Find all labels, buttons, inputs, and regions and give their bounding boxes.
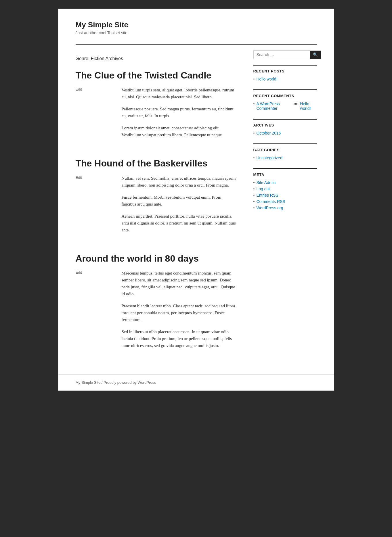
comment-post-link[interactable]: Hello world! <box>300 101 316 111</box>
list-item: Uncategorized <box>253 156 317 160</box>
post-entry: The Clue of the Twisted CandleEditVestib… <box>76 70 236 143</box>
list-item: Hello world! <box>253 77 317 81</box>
site-title[interactable]: My Simple Site <box>76 20 129 29</box>
search-widget: 🔍 <box>253 50 317 59</box>
meta-link[interactable]: Entries RSS <box>256 193 278 197</box>
archive-link[interactable]: October 2016 <box>256 131 281 135</box>
post-body: EditMaecenas tempus, tellus eget condime… <box>76 270 236 354</box>
archives-title: ARCHIVES <box>253 123 317 127</box>
archives-list: October 2016 <box>253 131 317 135</box>
footer-site-name: My Simple Site <box>76 380 101 385</box>
site-tagline: Just another cool Toolset site <box>76 30 317 35</box>
category-link[interactable]: Uncategorized <box>256 156 282 160</box>
post-edit-area: Edit <box>76 175 122 239</box>
page-wrapper: My Simple Site Just another cool Toolset… <box>58 9 334 391</box>
footer-credit-link[interactable]: Proudly powered by WordPress <box>104 380 156 385</box>
list-item: A WordPress Commenter on Hello world! <box>253 101 317 111</box>
post-edit-area: Edit <box>76 270 122 354</box>
recent-post-link[interactable]: Hello world! <box>256 77 277 81</box>
meta-widget: META Site AdminLog outEntries RSSComment… <box>253 168 317 210</box>
recent-posts-list: Hello world! <box>253 77 317 81</box>
list-item: WordPress.org <box>253 206 317 210</box>
post-paragraph: Praesent blandit laoreet nibh. Class apt… <box>122 302 236 323</box>
list-item: Comments RSS <box>253 199 317 204</box>
meta-list: Site AdminLog outEntries RSSComments RSS… <box>253 180 317 210</box>
post-title: The Hound of the Baskervilles <box>76 158 236 169</box>
post-entry: The Hound of the BaskervillesEditNullam … <box>76 158 236 238</box>
footer-credit: Proudly powered by WordPress <box>104 380 156 385</box>
post-body: EditNullam vel sem. Sed mollis, eros et … <box>76 175 236 239</box>
post-paragraph: Aenean imperdiet. Praesent porttitor, nu… <box>122 213 236 233</box>
list-item: Entries RSS <box>253 193 317 197</box>
list-item: Log out <box>253 187 317 191</box>
post-paragraph: Lorem ipsum dolor sit amet, consectetuer… <box>122 124 236 138</box>
meta-title: META <box>253 172 317 177</box>
search-icon: 🔍 <box>313 52 318 57</box>
edit-link[interactable]: Edit <box>76 270 82 275</box>
list-item: Site Admin <box>253 180 317 185</box>
post-paragraph: Vestibulum turpis sem, aliquet eget, lob… <box>122 87 236 100</box>
meta-link[interactable]: Site Admin <box>256 180 276 185</box>
post-paragraph: Nullam vel sem. Sed mollis, eros et ultr… <box>122 175 236 189</box>
archives-widget: ARCHIVES October 2016 <box>253 119 317 135</box>
post-body: EditVestibulum turpis sem, aliquet eget,… <box>76 87 236 143</box>
recent-comments-title: RECENT COMMENTS <box>253 94 317 98</box>
search-button[interactable]: 🔍 <box>310 51 321 59</box>
recent-comments-list: A WordPress Commenter on Hello world! <box>253 101 317 111</box>
post-entry: Around the world in 80 daysEditMaecenas … <box>76 253 236 354</box>
post-title: Around the world in 80 days <box>76 253 236 264</box>
recent-comments-widget: RECENT COMMENTS A WordPress Commenter on… <box>253 89 317 111</box>
list-item: October 2016 <box>253 131 317 135</box>
site-footer: My Simple Site / Proudly powered by Word… <box>58 374 334 390</box>
search-input[interactable] <box>253 50 310 59</box>
post-edit-area: Edit <box>76 87 122 143</box>
post-paragraph: Fusce fermentum. Morbi vestibulum volutp… <box>122 194 236 208</box>
content-area: Genre: Fiction Archives The Clue of the … <box>58 45 334 374</box>
post-paragraph: Sed in libero ut nibh placerat accumsan.… <box>122 328 236 349</box>
edit-link[interactable]: Edit <box>76 87 82 91</box>
meta-link[interactable]: Comments RSS <box>256 199 285 204</box>
meta-link[interactable]: WordPress.org <box>256 206 283 210</box>
post-content: Nullam vel sem. Sed mollis, eros et ultr… <box>122 175 236 239</box>
footer-divider: / <box>102 380 104 385</box>
post-title: The Clue of the Twisted Candle <box>76 70 236 81</box>
categories-title: CATEGORIES <box>253 148 317 152</box>
post-content: Vestibulum turpis sem, aliquet eget, lob… <box>122 87 236 143</box>
post-paragraph: Pellentesque posuere. Sed magna purus, f… <box>122 106 236 119</box>
main-content: Genre: Fiction Archives The Clue of the … <box>76 45 236 374</box>
sidebar: 🔍 RECENT POSTS Hello world! RECENT COMME… <box>253 45 317 374</box>
posts-container: The Clue of the Twisted CandleEditVestib… <box>76 70 236 354</box>
comment-on-text: on <box>294 101 299 106</box>
comment-author-link[interactable]: A WordPress Commenter <box>256 101 292 111</box>
recent-posts-widget: RECENT POSTS Hello world! <box>253 65 317 81</box>
categories-list: Uncategorized <box>253 156 317 160</box>
site-header: My Simple Site Just another cool Toolset… <box>58 9 334 44</box>
archive-title: Genre: Fiction Archives <box>76 56 236 61</box>
post-content: Maecenas tempus, tellus eget condimentum… <box>122 270 236 354</box>
categories-widget: CATEGORIES Uncategorized <box>253 143 317 160</box>
post-paragraph: Maecenas tempus, tellus eget condimentum… <box>122 270 236 297</box>
edit-link[interactable]: Edit <box>76 175 82 180</box>
meta-link[interactable]: Log out <box>256 187 270 191</box>
recent-posts-title: RECENT POSTS <box>253 69 317 73</box>
